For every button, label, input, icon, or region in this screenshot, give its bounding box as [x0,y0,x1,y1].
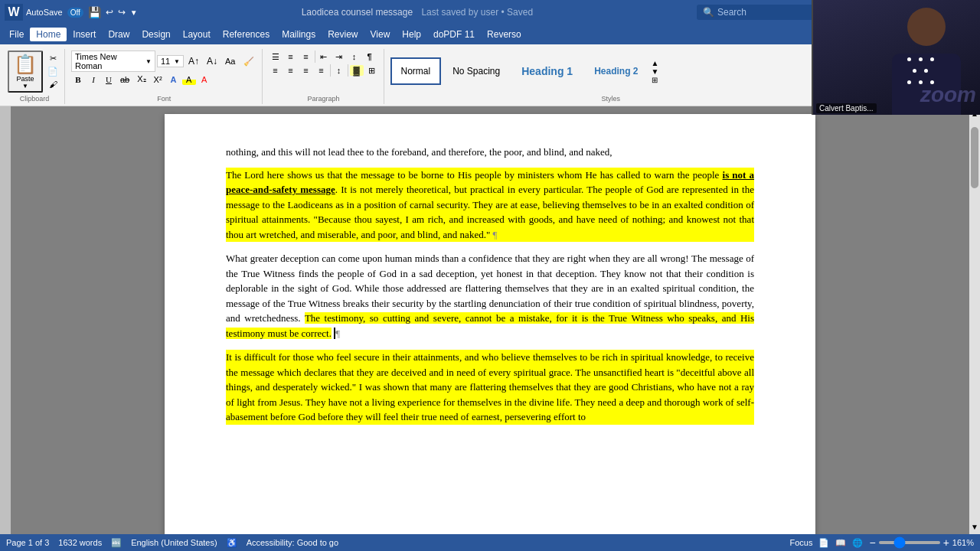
clear-formatting-button[interactable]: 🧹 [240,56,257,67]
styles-group: Normal No Spacing Heading 1 Heading 2 ▲ … [386,49,837,104]
underline-button[interactable]: U [102,74,116,85]
focus-button[interactable]: Focus [790,538,813,547]
menu-reverso[interactable]: Reverso [481,28,528,41]
p2-pilcrow: ¶ [335,328,340,339]
menu-help[interactable]: Help [396,28,427,41]
status-left: Page 1 of 3 1632 words 🔤 English (United… [6,538,338,548]
clipboard-label: Clipboard [8,93,61,104]
cut-button[interactable]: ✂ [44,53,61,64]
justify-button[interactable]: ≡ [315,65,328,76]
paste-button[interactable]: 📋 Paste ▼ [8,51,43,93]
italic-button[interactable]: I [87,74,100,85]
copy-button[interactable]: 📄 [44,66,61,77]
decrease-font-button[interactable]: A↓ [204,55,220,67]
clipboard-group-top: 📋 Paste ▼ ✂ 📄 🖌 [8,49,61,93]
styles-expand[interactable]: ⊞ [651,76,658,84]
styles-scroll-down[interactable]: ▼ [651,67,658,76]
p3-text3: before they will feel their true need of… [315,411,586,422]
save-status: Last saved by user • Saved [421,7,533,18]
text-effects-button[interactable]: A [167,74,181,85]
line-spacing-button[interactable]: ↕ [332,65,346,76]
font-size-selector[interactable]: 11 ▼ [157,55,184,67]
style-heading1[interactable]: Heading 1 [511,57,583,85]
menu-references[interactable]: References [217,28,276,41]
increase-indent-button[interactable]: ⇥ [332,51,346,63]
person-head [907,8,946,46]
superscript-button[interactable]: X² [151,74,165,85]
align-left-button[interactable]: ≡ [269,65,283,76]
format-painter-button[interactable]: 🖌 [44,79,61,90]
menu-view[interactable]: View [364,28,397,41]
font-name-selector[interactable]: Times New Roman ▼ [71,51,155,72]
zoom-watermark: zoom [920,83,976,107]
font-size-value: 11 [161,57,170,66]
strikethrough-button[interactable]: ab [117,74,132,85]
center-button[interactable]: ≡ [284,65,298,76]
bold-button[interactable]: B [71,74,85,85]
align-right-button[interactable]: ≡ [299,65,313,76]
show-marks-button[interactable]: ¶ [363,51,377,62]
subscript-button[interactable]: X₂ [134,73,149,85]
borders-button[interactable]: ⊞ [365,65,379,77]
font-color-button[interactable]: A [198,74,211,85]
zoom-control: − + 161% [869,536,974,549]
web-layout-button[interactable]: 🌐 [852,538,863,548]
decrease-indent-button[interactable]: ⇤ [317,51,331,63]
zoom-level: 161% [952,538,974,547]
menu-design[interactable]: Design [136,28,176,41]
paragraph-label: Paragraph [267,93,381,104]
menu-draw[interactable]: Draw [102,28,136,41]
paste-dropdown-arrow: ▼ [22,83,28,90]
menu-home[interactable]: Home [30,28,67,41]
doc-scroll[interactable]: nothing, and this will not lead thee to … [11,106,969,534]
divider1 [315,51,315,63]
menu-review[interactable]: Review [322,28,364,41]
shading-button[interactable]: ▓ [350,65,364,76]
increase-font-button[interactable]: A↑ [185,55,202,67]
styles-label: Styles [389,93,833,104]
text-highlight-button[interactable]: A [182,74,196,85]
numbering-button[interactable]: ≡ [284,51,298,62]
webcam-overlay: zoom Calvert Baptis... [812,0,980,115]
print-layout-button[interactable]: 📄 [818,538,829,548]
font-size-arrow: ▼ [174,58,180,65]
style-heading2[interactable]: Heading 2 [584,57,648,85]
zoom-out-button[interactable]: − [869,536,875,549]
menu-layout[interactable]: Layout [177,28,217,41]
style-no-spacing[interactable]: No Spacing [443,57,510,85]
undo-button[interactable]: ↩ [106,7,113,18]
p1-text1: The Lord here shows us that the message … [226,169,723,181]
autosave-toggle[interactable]: Off [67,8,83,18]
font-row2: B I U ab X₂ X² A A A [71,73,211,85]
para-row2: ≡ ≡ ≡ ≡ ↕ ▓ ⊞ [269,64,379,77]
scroll-thumb[interactable] [971,127,978,188]
left-scroll [0,106,11,534]
save-button[interactable]: 💾 [88,6,101,18]
read-mode-button[interactable]: 📖 [835,538,846,548]
paragraph-group-inner: ☰ ≡ ≡ ⇤ ⇥ ↕ ¶ ≡ ≡ ≡ ≡ [267,49,381,104]
styles-scroll-up[interactable]: ▲ [651,59,658,67]
search-icon: 🔍 [703,7,714,18]
language-label: English (United States) [131,538,217,547]
doc-page: nothing, and this will not lead thee to … [165,114,815,534]
status-right: Focus 📄 📖 🌐 − + 161% [790,536,974,549]
menu-insert[interactable]: Insert [67,28,102,41]
zoom-slider[interactable] [879,541,940,544]
sort-button[interactable]: ↕ [348,51,361,62]
menu-file[interactable]: File [3,28,30,41]
customize-button[interactable]: ▼ [130,8,138,17]
multilevel-button[interactable]: ≡ [299,51,313,62]
style-normal[interactable]: Normal [390,57,442,85]
change-case-button[interactable]: Aa [222,56,238,67]
menu-dopdf[interactable]: doPDF 11 [427,28,481,41]
zoom-in-button[interactable]: + [943,536,949,549]
right-scrollbar[interactable]: ▲ ▼ [969,106,980,534]
font-row1: Times New Roman ▼ 11 ▼ A↑ A↓ Aa 🧹 [71,51,257,72]
menu-mailings[interactable]: Mailings [276,28,322,41]
bullets-button[interactable]: ☰ [269,51,283,63]
divider3 [348,64,348,77]
scroll-down-button[interactable]: ▼ [969,521,980,533]
styles-group-inner: Normal No Spacing Heading 1 Heading 2 ▲ … [389,49,833,104]
paragraph-1: The Lord here shows us that the message … [226,168,754,243]
redo-button[interactable]: ↪ [118,7,126,18]
